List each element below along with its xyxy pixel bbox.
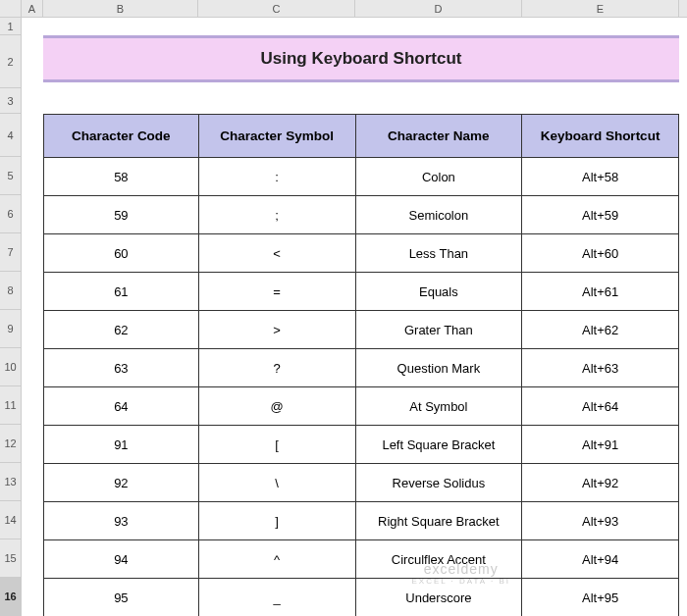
cell-name[interactable]: At Symbol xyxy=(355,387,522,426)
col-headers: A B C D E xyxy=(22,0,687,18)
cell-symbol[interactable]: ] xyxy=(198,502,355,540)
cell-code[interactable]: 62 xyxy=(44,311,199,349)
table-header-row: Character Code Character Symbol Characte… xyxy=(44,115,679,158)
table-row: 61=EqualsAlt+61 xyxy=(44,273,679,311)
cell-code[interactable]: 58 xyxy=(44,158,199,196)
cell-code[interactable]: 95 xyxy=(44,579,199,617)
cell-shortcut[interactable]: Alt+92 xyxy=(522,464,679,502)
cell-name[interactable]: Underscore xyxy=(355,579,522,617)
row-header-5[interactable]: 5 xyxy=(0,157,21,195)
row-header-3[interactable]: 3 xyxy=(0,88,21,114)
table-row: 62>Grater ThanAlt+62 xyxy=(44,311,679,349)
cell-code[interactable]: 63 xyxy=(44,349,199,387)
table-row: 91[Left Square BracketAlt+91 xyxy=(44,426,679,464)
cell-symbol[interactable]: < xyxy=(198,234,355,273)
cell-shortcut[interactable]: Alt+62 xyxy=(522,311,679,349)
row-header-7[interactable]: 7 xyxy=(0,233,21,272)
main-area: A B C D E Using Keyboard Shortcut Charac… xyxy=(22,0,687,616)
cell-symbol[interactable]: [ xyxy=(198,426,355,464)
cell-shortcut[interactable]: Alt+64 xyxy=(522,387,679,426)
row-header-11[interactable]: 11 xyxy=(0,386,21,425)
cell-shortcut[interactable]: Alt+91 xyxy=(522,426,679,464)
cell-symbol[interactable]: ? xyxy=(198,349,355,387)
select-all-corner[interactable] xyxy=(0,0,21,18)
table-row: 60<Less ThanAlt+60 xyxy=(44,234,679,273)
cell-shortcut[interactable]: Alt+58 xyxy=(522,158,679,196)
col-header-A[interactable]: A xyxy=(22,0,43,17)
row-headers: 1 2 3 4 5 6 7 8 9 10 11 12 13 14 15 16 xyxy=(0,0,22,616)
table-row: 93]Right Square BracketAlt+93 xyxy=(44,502,679,540)
cell-code[interactable]: 94 xyxy=(44,540,199,579)
title-banner[interactable]: Using Keyboard Shortcut xyxy=(43,35,679,82)
cell-symbol[interactable]: ^ xyxy=(198,540,355,579)
table-row: 95_UnderscoreAlt+95 xyxy=(44,579,679,617)
col-header-D[interactable]: D xyxy=(355,0,522,17)
row-header-2[interactable]: 2 xyxy=(0,35,21,88)
cell-name[interactable]: Colon xyxy=(355,158,522,196)
cell-name[interactable]: Right Square Bracket xyxy=(355,502,522,540)
table-row: 59;SemicolonAlt+59 xyxy=(44,196,679,234)
cell-symbol[interactable]: > xyxy=(198,311,355,349)
content-area: Using Keyboard Shortcut Character Code C… xyxy=(22,18,687,616)
cell-code[interactable]: 60 xyxy=(44,234,199,273)
row-header-6[interactable]: 6 xyxy=(0,195,21,233)
cell-name[interactable]: Reverse Solidus xyxy=(355,464,522,502)
cell-code[interactable]: 93 xyxy=(44,502,199,540)
cell-shortcut[interactable]: Alt+63 xyxy=(522,349,679,387)
row-header-10[interactable]: 10 xyxy=(0,348,21,386)
row-header-13[interactable]: 13 xyxy=(0,463,21,501)
header-code[interactable]: Character Code xyxy=(44,115,199,158)
row-header-4[interactable]: 4 xyxy=(0,114,21,157)
row-header-12[interactable]: 12 xyxy=(0,425,21,463)
cell-name[interactable]: Semicolon xyxy=(355,196,522,234)
col-header-E[interactable]: E xyxy=(522,0,679,17)
table-row: 58:ColonAlt+58 xyxy=(44,158,679,196)
row-header-9[interactable]: 9 xyxy=(0,310,21,348)
table-row: 63?Question MarkAlt+63 xyxy=(44,349,679,387)
cell-shortcut[interactable]: Alt+60 xyxy=(522,234,679,273)
cell-name[interactable]: Grater Than xyxy=(355,311,522,349)
table-row: 92\Reverse SolidusAlt+92 xyxy=(44,464,679,502)
data-table: Character Code Character Symbol Characte… xyxy=(43,114,679,616)
cell-code[interactable]: 59 xyxy=(44,196,199,234)
spreadsheet: 1 2 3 4 5 6 7 8 9 10 11 12 13 14 15 16 A… xyxy=(0,0,687,616)
header-shortcut[interactable]: Keyboard Shortcut xyxy=(522,115,679,158)
cell-shortcut[interactable]: Alt+93 xyxy=(522,502,679,540)
cell-symbol[interactable]: ; xyxy=(198,196,355,234)
cell-symbol[interactable]: @ xyxy=(198,387,355,426)
cell-symbol[interactable]: _ xyxy=(198,579,355,617)
cell-code[interactable]: 92 xyxy=(44,464,199,502)
cell-symbol[interactable]: = xyxy=(198,273,355,311)
cell-shortcut[interactable]: Alt+95 xyxy=(522,579,679,617)
cell-name[interactable]: Left Square Bracket xyxy=(355,426,522,464)
row-header-16[interactable]: 16 xyxy=(0,578,21,616)
row-header-15[interactable]: 15 xyxy=(0,539,21,578)
cell-shortcut[interactable]: Alt+61 xyxy=(522,273,679,311)
cell-shortcut[interactable]: Alt+94 xyxy=(522,540,679,579)
cell-code[interactable]: 91 xyxy=(44,426,199,464)
cell-code[interactable]: 64 xyxy=(44,387,199,426)
cell-code[interactable]: 61 xyxy=(44,273,199,311)
cell-symbol[interactable]: \ xyxy=(198,464,355,502)
row-header-14[interactable]: 14 xyxy=(0,501,21,539)
col-header-B[interactable]: B xyxy=(43,0,198,17)
cell-name[interactable]: Equals xyxy=(355,273,522,311)
header-name[interactable]: Character Name xyxy=(355,115,522,158)
header-symbol[interactable]: Character Symbol xyxy=(198,115,355,158)
row-header-8[interactable]: 8 xyxy=(0,272,21,310)
cell-shortcut[interactable]: Alt+59 xyxy=(522,196,679,234)
cell-name[interactable]: Circulflex Accent xyxy=(355,540,522,579)
table-row: 64@At SymbolAlt+64 xyxy=(44,387,679,426)
table-row: 94^Circulflex AccentAlt+94 xyxy=(44,540,679,579)
cell-name[interactable]: Question Mark xyxy=(355,349,522,387)
row-header-1[interactable]: 1 xyxy=(0,18,21,35)
col-header-C[interactable]: C xyxy=(198,0,355,17)
cell-name[interactable]: Less Than xyxy=(355,234,522,273)
cell-symbol[interactable]: : xyxy=(198,158,355,196)
